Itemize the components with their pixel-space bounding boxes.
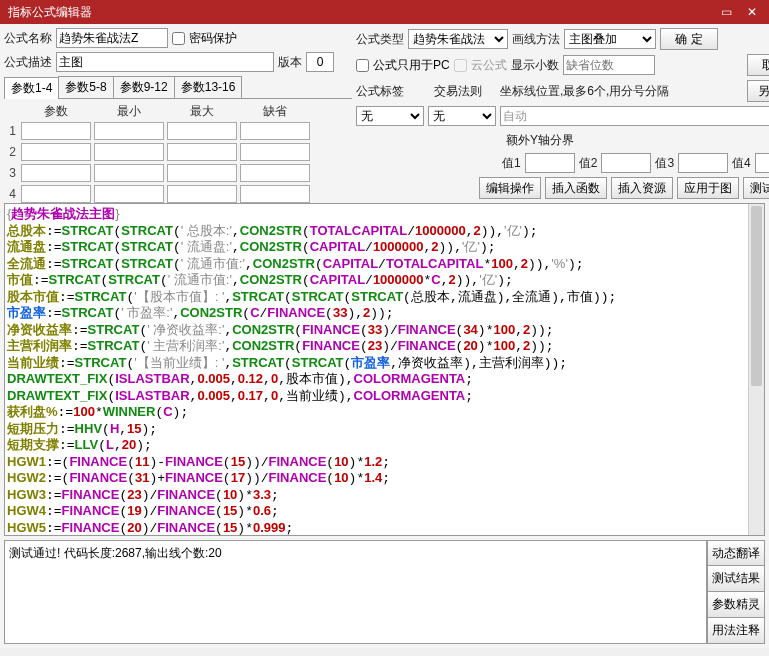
- label-tag: 公式标签: [356, 83, 404, 100]
- window-title: 指标公式编辑器: [4, 4, 92, 21]
- y4-input[interactable]: [755, 153, 769, 173]
- label-desc: 公式描述: [4, 54, 52, 71]
- param-max-3[interactable]: [167, 164, 237, 182]
- label-name: 公式名称: [4, 30, 52, 47]
- param-wizard-button[interactable]: 参数精灵: [707, 592, 765, 618]
- title-bar: 指标公式编辑器 ▭ ✕: [0, 0, 769, 24]
- tab-params-1-4[interactable]: 参数1-4: [4, 77, 59, 99]
- trade-rule-select[interactable]: 无: [428, 106, 496, 126]
- pc-only-checkbox[interactable]: 公式只用于PC: [356, 57, 450, 74]
- label-version: 版本: [278, 54, 302, 71]
- param-def-4[interactable]: [240, 185, 310, 203]
- type-select[interactable]: 趋势朱雀战法: [408, 29, 508, 49]
- coord-input: [500, 106, 769, 126]
- scrollbar-vertical[interactable]: [748, 204, 764, 535]
- test-result-button[interactable]: 测试结果: [707, 566, 765, 592]
- param-name-3[interactable]: [21, 164, 91, 182]
- label-coord-hint: 坐标线位置,最多6个,用分号分隔: [500, 83, 669, 100]
- param-max-4[interactable]: [167, 185, 237, 203]
- y2-input[interactable]: [601, 153, 651, 173]
- insert-func-button[interactable]: 插入函数: [545, 177, 607, 199]
- label-decimal: 显示小数: [511, 57, 559, 74]
- param-def-2[interactable]: [240, 143, 310, 161]
- param-min-3[interactable]: [94, 164, 164, 182]
- param-name-2[interactable]: [21, 143, 91, 161]
- param-def-3[interactable]: [240, 164, 310, 182]
- name-input[interactable]: [56, 28, 168, 48]
- ok-button[interactable]: 确 定: [660, 28, 718, 50]
- save-as-button[interactable]: 另存为: [747, 80, 769, 102]
- tab-params-5-8[interactable]: 参数5-8: [58, 76, 113, 98]
- param-max-1[interactable]: [167, 122, 237, 140]
- param-tabs: 参数1-4 参数5-8 参数9-12 参数13-16: [4, 76, 352, 99]
- close-icon[interactable]: ✕: [743, 3, 761, 21]
- param-def-1[interactable]: [240, 122, 310, 140]
- dyn-translate-button[interactable]: 动态翻译: [707, 540, 765, 566]
- param-name-4[interactable]: [21, 185, 91, 203]
- status-output: 测试通过! 代码长度:2687,输出线个数:20: [4, 540, 707, 644]
- cloud-checkbox: 云公式: [454, 57, 507, 74]
- tab-params-13-16[interactable]: 参数13-16: [174, 76, 243, 98]
- apply-chart-button[interactable]: 应用于图: [677, 177, 739, 199]
- line-method-select[interactable]: 主图叠加: [564, 29, 656, 49]
- label-type: 公式类型: [356, 31, 404, 48]
- param-grid: 1 2 3 4 参数 最小 最大 缺省: [4, 103, 352, 203]
- label-line-method: 画线方法: [512, 31, 560, 48]
- version-input[interactable]: [306, 52, 334, 72]
- edit-op-button[interactable]: 编辑操作: [479, 177, 541, 199]
- code-editor[interactable]: {趋势朱雀战法主图} 总股本:=STRCAT(STRCAT(' 总股本:',CO…: [4, 203, 765, 536]
- tab-params-9-12[interactable]: 参数9-12: [113, 76, 175, 98]
- label-extra-y: 额外Y轴分界: [506, 132, 574, 149]
- tag-select[interactable]: 无: [356, 106, 424, 126]
- param-min-4[interactable]: [94, 185, 164, 203]
- cancel-button[interactable]: 取 消: [747, 54, 769, 76]
- param-max-2[interactable]: [167, 143, 237, 161]
- desc-input[interactable]: [56, 52, 274, 72]
- dec-places-input[interactable]: [563, 55, 655, 75]
- param-name-1[interactable]: [21, 122, 91, 140]
- usage-button[interactable]: 用法注释: [707, 618, 765, 644]
- minimize-icon[interactable]: ▭: [717, 3, 735, 21]
- test-formula-button[interactable]: 测试公式: [743, 177, 769, 199]
- param-min-2[interactable]: [94, 143, 164, 161]
- param-min-1[interactable]: [94, 122, 164, 140]
- insert-res-button[interactable]: 插入资源: [611, 177, 673, 199]
- y1-input[interactable]: [525, 153, 575, 173]
- label-trade-rule: 交易法则: [434, 83, 482, 100]
- pwd-checkbox[interactable]: 密码保护: [172, 30, 237, 47]
- y3-input[interactable]: [678, 153, 728, 173]
